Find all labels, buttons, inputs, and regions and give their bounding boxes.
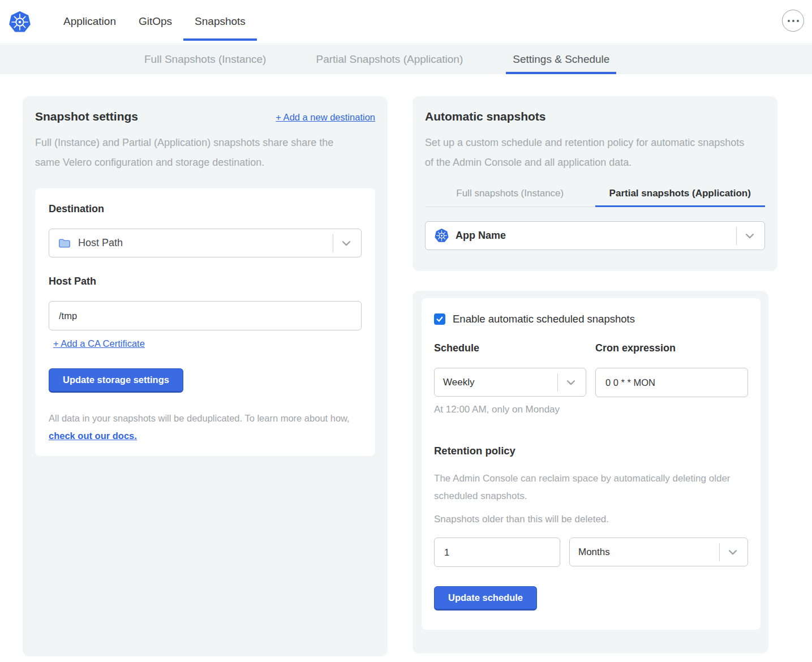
destination-select-value: Host Path xyxy=(78,237,123,249)
automatic-snapshots-panel: Automatic snapshots Set up a custom sche… xyxy=(413,96,777,271)
schedule-card: Enable automatic scheduled snapshots Sch… xyxy=(422,298,761,630)
nav-item-application[interactable]: Application xyxy=(52,0,127,44)
schedule-select-value: Weekly xyxy=(443,377,474,388)
main-nav: Application GitOps Snapshots xyxy=(52,0,257,44)
update-schedule-button[interactable]: Update schedule xyxy=(434,586,537,611)
app-select-value: App Name xyxy=(456,230,506,242)
app-select[interactable]: App Name xyxy=(425,221,765,250)
retention-amount-input[interactable] xyxy=(434,538,560,567)
enable-snapshots-checkbox[interactable] xyxy=(434,313,445,325)
subtab-full-snapshots[interactable]: Full Snapshots (Instance) xyxy=(138,45,273,74)
snapshot-settings-description: Full (Instance) and Partial (Application… xyxy=(35,133,343,173)
cron-expression-label: Cron expression xyxy=(595,342,748,354)
schedule-label: Schedule xyxy=(434,342,586,354)
chevron-down-icon xyxy=(744,230,756,242)
select-divider xyxy=(719,543,720,561)
ellipsis-icon xyxy=(788,20,790,22)
host-path-input[interactable] xyxy=(49,301,362,330)
subtab-partial-snapshots[interactable]: Partial Snapshots (Application) xyxy=(309,45,470,74)
destination-select[interactable]: Host Path xyxy=(49,229,362,257)
add-ca-certificate-link[interactable]: + Add a CA Certificate xyxy=(53,338,145,349)
destination-label: Destination xyxy=(49,203,104,214)
automatic-snapshots-tabs: Full snapshots (Instance) Partial snapsh… xyxy=(425,188,765,207)
snapshots-subnav: Full Snapshots (Instance) Partial Snapsh… xyxy=(0,45,812,74)
retention-policy-title: Retention policy xyxy=(434,445,748,457)
nav-item-gitops[interactable]: GitOps xyxy=(127,0,183,44)
chevron-down-icon xyxy=(727,546,739,558)
kubernetes-app-icon xyxy=(434,228,449,243)
chevron-down-icon xyxy=(565,376,577,389)
overflow-menu-button[interactable] xyxy=(782,10,804,32)
snapshot-settings-title: Snapshot settings xyxy=(35,110,138,123)
folder-icon xyxy=(58,237,71,250)
top-nav-bar: Application GitOps Snapshots xyxy=(0,0,812,44)
host-path-label: Host Path xyxy=(49,276,362,287)
snapshot-settings-panel: Snapshot settings + Add a new destinatio… xyxy=(23,96,388,656)
destination-card: Destination Host Path Host Path + Add a … xyxy=(35,188,375,456)
retention-policy-description: The Admin Console can reclaim space by a… xyxy=(434,470,731,505)
add-new-destination-link[interactable]: + Add a new destination xyxy=(276,112,375,123)
tab-partial-snapshots-application[interactable]: Partial snapshots (Application) xyxy=(595,188,766,207)
kubernetes-logo xyxy=(8,10,32,34)
schedule-select[interactable]: Weekly xyxy=(434,368,586,397)
cron-expression-input[interactable] xyxy=(595,368,748,397)
retention-unit-value: Months xyxy=(578,547,610,558)
dedup-note: All data in your snapshots will be dedup… xyxy=(49,410,362,445)
nav-item-snapshots[interactable]: Snapshots xyxy=(183,0,257,44)
tab-full-snapshots-instance[interactable]: Full snapshots (Instance) xyxy=(425,188,595,207)
retention-unit-select[interactable]: Months xyxy=(569,538,748,566)
select-divider xyxy=(333,234,333,252)
update-storage-settings-button[interactable]: Update storage settings xyxy=(49,368,183,393)
chevron-down-icon xyxy=(340,237,353,250)
subtab-settings-schedule[interactable]: Settings & Schedule xyxy=(506,45,616,74)
select-divider xyxy=(557,373,558,392)
retention-hint: Snapshots older than this will be delete… xyxy=(434,514,748,525)
cron-hint: At 12:00 AM, only on Monday xyxy=(434,404,748,415)
schedule-panel: Enable automatic scheduled snapshots Sch… xyxy=(413,291,768,654)
automatic-snapshots-description: Set up a custom schedule and retention p… xyxy=(425,133,750,173)
select-divider xyxy=(736,227,737,245)
automatic-snapshots-title: Automatic snapshots xyxy=(425,110,765,123)
enable-snapshots-label: Enable automatic scheduled snapshots xyxy=(453,313,635,325)
docs-link[interactable]: check out our docs. xyxy=(49,431,137,441)
check-icon xyxy=(436,315,444,323)
